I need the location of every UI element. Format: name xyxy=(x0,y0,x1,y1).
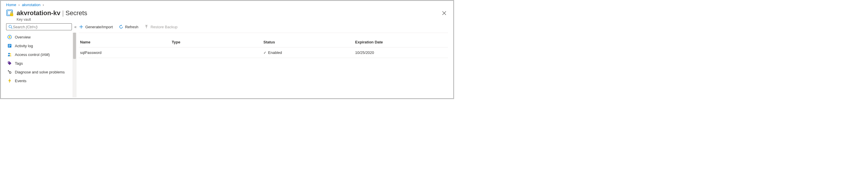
upload-icon xyxy=(144,25,149,29)
toolbar-label: Generate/Import xyxy=(85,25,113,29)
search-box[interactable] xyxy=(6,23,72,30)
resource-type-label: Key vault xyxy=(17,18,87,22)
svg-rect-10 xyxy=(8,46,10,47)
close-button[interactable] xyxy=(440,9,448,18)
col-header-type[interactable]: Type xyxy=(172,40,264,44)
svg-point-3 xyxy=(9,25,12,28)
check-icon: ✓ xyxy=(264,51,266,55)
svg-rect-9 xyxy=(8,46,11,46)
cell-name: sqlPassword xyxy=(80,50,172,55)
collapse-sidebar-button[interactable]: « xyxy=(74,25,76,29)
plus-icon xyxy=(79,25,84,29)
search-icon xyxy=(8,25,13,29)
table-row[interactable]: sqlPassword ✓ Enabled 10/25/2020 xyxy=(79,48,448,58)
page-title: akvrotation-kv | Secrets xyxy=(17,9,87,17)
toolbar: Generate/Import Refresh Restore Backup xyxy=(79,23,448,33)
diagnose-icon xyxy=(7,70,12,74)
scrollbar-thumb[interactable] xyxy=(73,33,76,59)
toolbar-label: Restore Backup xyxy=(151,25,178,29)
activity-log-icon xyxy=(7,44,12,48)
sidebar-item-label: Access control (IAM) xyxy=(15,52,50,57)
sidebar-item-diagnose[interactable]: Diagnose and solve problems xyxy=(6,67,76,76)
generate-import-button[interactable]: Generate/Import xyxy=(79,25,113,29)
sidebar-item-tags[interactable]: Tags xyxy=(6,59,76,67)
svg-rect-2 xyxy=(10,13,13,16)
resource-name: akvrotation-kv xyxy=(17,9,60,17)
svg-point-6 xyxy=(9,36,10,38)
breadcrumb: Home › akvrotation › xyxy=(1,1,453,7)
sidebar-item-label: Diagnose and solve problems xyxy=(15,70,65,74)
sidebar: « Overview Activity log Access control (… xyxy=(1,23,76,97)
restore-backup-button: Restore Backup xyxy=(144,25,178,29)
events-icon xyxy=(7,78,12,83)
col-header-status[interactable]: Status xyxy=(264,40,355,44)
sidebar-item-label: Events xyxy=(15,79,27,83)
sidebar-item-access-control[interactable]: Access control (IAM) xyxy=(6,50,76,59)
col-header-name[interactable]: Name xyxy=(80,40,172,44)
sidebar-item-overview[interactable]: Overview xyxy=(6,33,76,42)
svg-point-11 xyxy=(8,53,10,54)
section-name: Secrets xyxy=(65,9,87,17)
tags-icon xyxy=(7,61,12,65)
cell-status: ✓ Enabled xyxy=(264,50,355,55)
sidebar-item-label: Tags xyxy=(15,61,23,65)
svg-point-13 xyxy=(8,62,9,63)
overview-icon xyxy=(7,35,12,39)
svg-rect-8 xyxy=(8,45,11,45)
key-vault-icon xyxy=(6,9,14,17)
svg-point-12 xyxy=(10,53,11,54)
toolbar-label: Refresh xyxy=(125,25,138,29)
chevron-right-icon: › xyxy=(18,3,20,7)
sidebar-item-label: Activity log xyxy=(15,44,33,48)
breadcrumb-home-link[interactable]: Home xyxy=(6,3,16,7)
table-header-row: Name Type Status Expiration Date xyxy=(79,37,448,48)
chevron-right-icon: › xyxy=(43,3,44,7)
main-content: Generate/Import Refresh Restore Backup N… xyxy=(76,23,453,97)
sidebar-item-label: Overview xyxy=(15,35,31,39)
cell-expiration: 10/25/2020 xyxy=(355,50,447,55)
refresh-icon xyxy=(119,25,123,29)
secrets-table: Name Type Status Expiration Date sqlPass… xyxy=(79,37,448,58)
refresh-button[interactable]: Refresh xyxy=(119,25,138,29)
breadcrumb-parent-link[interactable]: akvrotation xyxy=(22,3,40,7)
svg-line-4 xyxy=(11,28,12,29)
search-input[interactable] xyxy=(13,25,70,29)
access-control-icon xyxy=(7,52,12,57)
sidebar-item-events[interactable]: Events xyxy=(6,76,76,85)
sidebar-scrollbar[interactable] xyxy=(72,33,76,97)
status-text: Enabled xyxy=(268,50,282,55)
col-header-expiration[interactable]: Expiration Date xyxy=(355,40,447,44)
sidebar-item-activity-log[interactable]: Activity log xyxy=(6,42,76,50)
